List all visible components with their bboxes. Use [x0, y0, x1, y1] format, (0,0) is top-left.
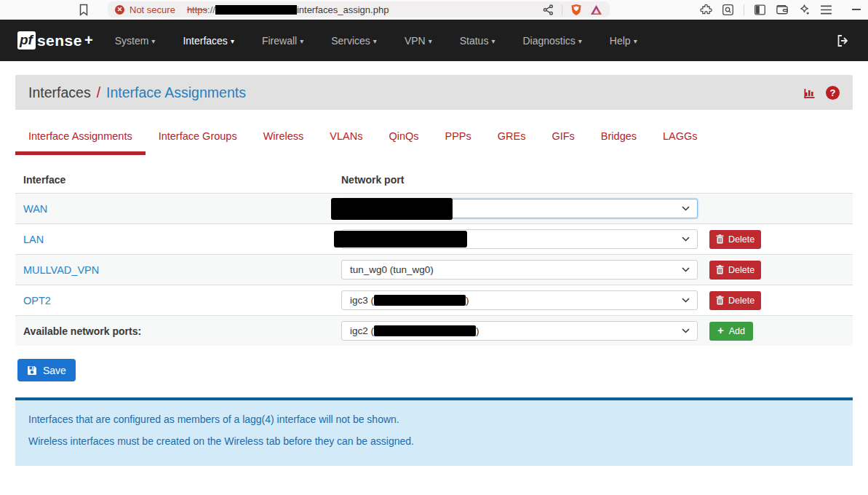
delete-button-opt2[interactable]: Delete [709, 291, 761, 310]
table-row-opt2: OPT2 igc3 () Delete [15, 285, 853, 315]
table-header: Interface Network port [15, 173, 853, 193]
breadcrumb-separator: / [97, 84, 100, 101]
select-chevron-icon [682, 298, 690, 303]
nav-item-vpn[interactable]: VPN▾ [405, 35, 432, 47]
interface-link-wan[interactable]: WAN [23, 203, 341, 215]
redaction-box [334, 231, 467, 248]
chevron-down-icon: ▾ [300, 37, 303, 45]
help-icon[interactable]: ? [826, 86, 840, 100]
nav-item-diagnostics[interactable]: Diagnostics▾ [522, 35, 581, 47]
select-chevron-icon [682, 206, 690, 211]
breadcrumb-page: Interface Assignments [106, 84, 246, 101]
select-chevron-icon [682, 267, 690, 272]
interface-assignments-table: Interface Network port WAN LAN Delete MU… [15, 173, 853, 346]
tab-bar: Interface Assignments Interface Groups W… [15, 130, 853, 155]
trash-icon [716, 234, 724, 244]
network-port-select-opt2[interactable]: igc3 () [341, 290, 698, 310]
redaction-box [215, 5, 297, 15]
chevron-down-icon: ▾ [231, 37, 234, 45]
divider [562, 4, 562, 15]
info-box: Interfaces that are configured as member… [15, 397, 853, 466]
delete-button-mullvad-vpn[interactable]: Delete [709, 261, 761, 280]
interface-link-lan[interactable]: LAN [23, 234, 341, 245]
nav-item-interfaces[interactable]: Interfaces▾ [183, 35, 234, 47]
wallet-icon[interactable] [776, 4, 789, 15]
trash-icon [716, 265, 724, 274]
chevron-down-icon: ▾ [429, 37, 432, 45]
tab-qinqs[interactable]: QinQs [375, 130, 431, 155]
table-row-mullvad-vpn: MULLVAD_VPN tun_wg0 (tun_wg0) Delete [15, 254, 853, 285]
search-tabs-icon[interactable] [722, 4, 734, 16]
trash-icon [716, 296, 724, 305]
selected-port-label: igc2 () [350, 325, 479, 337]
table-row-lan: LAN Delete [15, 223, 853, 254]
tab-wireless[interactable]: Wireless [250, 130, 317, 155]
browser-chrome: ✕ Not secure https://interfaces_assign.p… [0, 0, 868, 20]
share-icon[interactable] [543, 4, 554, 15]
info-line-wireless: Wireless interfaces must be created on t… [28, 435, 840, 449]
redaction-box [374, 295, 466, 306]
interface-link-mullvad-vpn[interactable]: MULLVAD_VPN [23, 264, 341, 276]
pfsense-logo[interactable]: pf sense + [17, 31, 93, 50]
page-title-bar: Interfaces / Interface Assignments ? [15, 75, 853, 110]
nav-item-services[interactable]: Services▾ [331, 35, 377, 47]
nav-item-help[interactable]: Help▾ [610, 35, 637, 47]
tab-gres[interactable]: GREs [485, 130, 539, 155]
nav-item-status[interactable]: Status▾ [460, 35, 495, 47]
extensions-icon[interactable] [700, 4, 712, 16]
logo-sense: sense [37, 32, 82, 50]
selected-port-label: tun_wg0 (tun_wg0) [350, 264, 434, 275]
status-monitoring-icon[interactable] [803, 87, 817, 99]
menu-icon[interactable] [820, 5, 832, 15]
delete-button-lan[interactable]: Delete [709, 230, 761, 249]
tab-vlans[interactable]: VLANs [316, 130, 375, 155]
network-port-select-mullvad-vpn[interactable]: tun_wg0 (tun_wg0) [341, 260, 698, 280]
logo-pf: pf [17, 31, 36, 50]
tab-ppps[interactable]: PPPs [432, 130, 485, 155]
info-line-lagg: Interfaces that are configured as member… [28, 413, 840, 427]
redaction-box [374, 325, 476, 336]
tab-interface-assignments[interactable]: Interface Assignments [15, 130, 146, 155]
divider [744, 4, 744, 15]
table-row-available-ports: Available network ports: igc2 () + Add [15, 315, 853, 346]
minimize-icon[interactable] [852, 9, 861, 10]
save-icon [27, 365, 37, 376]
chevron-down-icon: ▾ [491, 37, 495, 45]
table-row-wan: WAN [15, 193, 853, 223]
pfsense-navbar: pf sense + System▾ Interfaces▾ Firewall▾… [0, 20, 868, 61]
breadcrumb-section: Interfaces [28, 84, 91, 101]
tab-interface-groups[interactable]: Interface Groups [146, 130, 250, 155]
plus-icon: + [717, 324, 724, 336]
interface-link-opt2[interactable]: OPT2 [23, 295, 341, 306]
select-chevron-icon [682, 328, 690, 333]
url-path: interfaces_assign.php [297, 4, 389, 15]
selected-port-label: igc3 () [350, 295, 469, 306]
nav-item-firewall[interactable]: Firewall▾ [262, 35, 303, 47]
logo-plus: + [84, 32, 93, 49]
add-button[interactable]: + Add [709, 322, 753, 341]
not-secure-label: Not secure [130, 4, 175, 15]
tab-laggs[interactable]: LAGGs [650, 130, 711, 155]
not-secure-icon: ✕ [115, 5, 124, 15]
network-port-select-available[interactable]: igc2 () [341, 321, 698, 341]
bookmark-icon[interactable] [79, 4, 89, 16]
url-scheme: https [187, 4, 207, 15]
address-bar[interactable]: ✕ Not secure https://interfaces_assign.p… [108, 1, 610, 17]
chevron-down-icon: ▾ [578, 37, 582, 45]
logout-icon[interactable] [836, 34, 851, 47]
tab-bridges[interactable]: Bridges [588, 130, 650, 155]
sidebar-icon[interactable] [754, 4, 766, 16]
leo-ai-icon[interactable] [798, 4, 811, 16]
nav-menu: System▾ Interfaces▾ Firewall▾ Services▾ … [115, 35, 637, 47]
redaction-box [331, 198, 453, 220]
column-header-interface: Interface [23, 174, 341, 186]
save-button[interactable]: Save [17, 359, 76, 381]
brave-shield-icon[interactable] [570, 4, 582, 16]
available-ports-label: Available network ports: [23, 325, 341, 337]
brave-rewards-icon[interactable] [590, 4, 602, 15]
url-text: https://interfaces_assign.php [187, 4, 389, 15]
select-chevron-icon [682, 237, 690, 242]
chevron-down-icon: ▾ [634, 37, 637, 45]
tab-gifs[interactable]: GIFs [538, 130, 587, 155]
nav-item-system[interactable]: System▾ [115, 35, 156, 47]
